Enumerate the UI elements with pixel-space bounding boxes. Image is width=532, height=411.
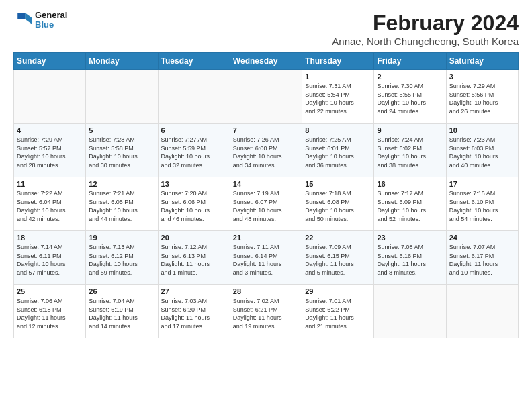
cell-content: Sunrise: 7:29 AM Sunset: 5:57 PM Dayligh… xyxy=(17,136,83,169)
logo-text: General Blue xyxy=(35,11,67,30)
date-number: 1 xyxy=(305,73,371,81)
date-number: 29 xyxy=(305,287,371,295)
date-number: 9 xyxy=(377,126,443,134)
header-friday: Friday xyxy=(374,53,446,70)
date-number: 10 xyxy=(449,126,515,134)
header-tuesday: Tuesday xyxy=(158,53,230,70)
date-number: 4 xyxy=(17,126,83,134)
calendar-cell: 18Sunrise: 7:14 AM Sunset: 6:11 PM Dayli… xyxy=(14,231,86,285)
date-number: 8 xyxy=(305,126,371,134)
cell-content: Sunrise: 7:03 AM Sunset: 6:20 PM Dayligh… xyxy=(161,297,227,330)
header-row: Sunday Monday Tuesday Wednesday Thursday… xyxy=(14,53,519,70)
date-number: 14 xyxy=(233,180,299,188)
header-saturday: Saturday xyxy=(446,53,518,70)
week-row-4: 25Sunrise: 7:06 AM Sunset: 6:18 PM Dayli… xyxy=(14,285,519,338)
calendar-cell: 12Sunrise: 7:21 AM Sunset: 6:05 PM Dayli… xyxy=(86,177,158,231)
calendar-cell: 25Sunrise: 7:06 AM Sunset: 6:18 PM Dayli… xyxy=(14,285,86,338)
date-number: 19 xyxy=(89,234,154,242)
date-number: 22 xyxy=(305,234,371,242)
date-number: 18 xyxy=(17,234,83,242)
cell-content: Sunrise: 7:31 AM Sunset: 5:54 PM Dayligh… xyxy=(305,82,371,116)
date-number: 2 xyxy=(377,73,443,81)
cell-content: Sunrise: 7:06 AM Sunset: 6:18 PM Dayligh… xyxy=(17,297,83,330)
calendar-cell: 4Sunrise: 7:29 AM Sunset: 5:57 PM Daylig… xyxy=(14,124,86,177)
date-number: 3 xyxy=(449,73,515,81)
logo: General Blue xyxy=(13,11,67,30)
calendar-cell: 17Sunrise: 7:15 AM Sunset: 6:10 PM Dayli… xyxy=(446,177,518,231)
calendar-cell xyxy=(158,70,230,124)
calendar-cell: 11Sunrise: 7:22 AM Sunset: 6:04 PM Dayli… xyxy=(14,177,86,231)
cell-content: Sunrise: 7:29 AM Sunset: 5:56 PM Dayligh… xyxy=(449,82,515,116)
calendar-cell: 20Sunrise: 7:12 AM Sunset: 6:13 PM Dayli… xyxy=(158,231,230,285)
week-row-2: 11Sunrise: 7:22 AM Sunset: 6:04 PM Dayli… xyxy=(14,177,519,231)
calendar-cell xyxy=(86,70,158,124)
calendar-cell: 19Sunrise: 7:13 AM Sunset: 6:12 PM Dayli… xyxy=(86,231,158,285)
cell-content: Sunrise: 7:18 AM Sunset: 6:08 PM Dayligh… xyxy=(305,189,371,223)
date-number: 26 xyxy=(89,287,154,295)
calendar-cell: 26Sunrise: 7:04 AM Sunset: 6:19 PM Dayli… xyxy=(86,285,158,338)
date-number: 25 xyxy=(17,287,83,295)
cell-content: Sunrise: 7:01 AM Sunset: 6:22 PM Dayligh… xyxy=(305,297,371,330)
date-number: 17 xyxy=(449,180,515,188)
date-number: 5 xyxy=(89,126,154,134)
date-number: 13 xyxy=(161,180,227,188)
header-monday: Monday xyxy=(86,53,158,70)
cell-content: Sunrise: 7:12 AM Sunset: 6:13 PM Dayligh… xyxy=(161,243,227,277)
calendar-cell: 24Sunrise: 7:07 AM Sunset: 6:17 PM Dayli… xyxy=(446,231,518,285)
header-wednesday: Wednesday xyxy=(230,53,302,70)
cell-content: Sunrise: 7:26 AM Sunset: 6:00 PM Dayligh… xyxy=(233,136,299,169)
date-number: 7 xyxy=(233,126,299,134)
header-sunday: Sunday xyxy=(14,53,86,70)
date-number: 20 xyxy=(161,234,227,242)
calendar-cell: 8Sunrise: 7:25 AM Sunset: 6:01 PM Daylig… xyxy=(302,124,374,177)
cell-content: Sunrise: 7:04 AM Sunset: 6:19 PM Dayligh… xyxy=(89,297,154,330)
calendar-cell: 3Sunrise: 7:29 AM Sunset: 5:56 PM Daylig… xyxy=(446,70,518,124)
subtitle: Annae, North Chungcheong, South Korea xyxy=(332,36,519,47)
calendar-cell: 9Sunrise: 7:24 AM Sunset: 6:02 PM Daylig… xyxy=(374,124,446,177)
cell-content: Sunrise: 7:22 AM Sunset: 6:04 PM Dayligh… xyxy=(17,189,83,223)
date-number: 27 xyxy=(161,287,227,295)
cell-content: Sunrise: 7:17 AM Sunset: 6:09 PM Dayligh… xyxy=(377,189,443,223)
calendar-cell: 16Sunrise: 7:17 AM Sunset: 6:09 PM Dayli… xyxy=(374,177,446,231)
calendar-cell: 23Sunrise: 7:08 AM Sunset: 6:16 PM Dayli… xyxy=(374,231,446,285)
date-number: 15 xyxy=(305,180,371,188)
calendar-cell: 29Sunrise: 7:01 AM Sunset: 6:22 PM Dayli… xyxy=(302,285,374,338)
calendar-cell: 27Sunrise: 7:03 AM Sunset: 6:20 PM Dayli… xyxy=(158,285,230,338)
logo-icon xyxy=(13,11,32,30)
calendar-cell: 7Sunrise: 7:26 AM Sunset: 6:00 PM Daylig… xyxy=(230,124,302,177)
cell-content: Sunrise: 7:02 AM Sunset: 6:21 PM Dayligh… xyxy=(233,297,299,330)
cell-content: Sunrise: 7:30 AM Sunset: 5:55 PM Dayligh… xyxy=(377,82,443,116)
cell-content: Sunrise: 7:24 AM Sunset: 6:02 PM Dayligh… xyxy=(377,136,443,169)
cell-content: Sunrise: 7:08 AM Sunset: 6:16 PM Dayligh… xyxy=(377,243,443,277)
week-row-3: 18Sunrise: 7:14 AM Sunset: 6:11 PM Dayli… xyxy=(14,231,519,285)
cell-content: Sunrise: 7:11 AM Sunset: 6:14 PM Dayligh… xyxy=(233,243,299,277)
calendar-table: Sunday Monday Tuesday Wednesday Thursday… xyxy=(13,52,519,338)
date-number: 11 xyxy=(17,180,83,188)
cell-content: Sunrise: 7:09 AM Sunset: 6:15 PM Dayligh… xyxy=(305,243,371,277)
calendar-cell: 2Sunrise: 7:30 AM Sunset: 5:55 PM Daylig… xyxy=(374,70,446,124)
calendar-cell xyxy=(230,70,302,124)
calendar-cell xyxy=(14,70,86,124)
cell-content: Sunrise: 7:21 AM Sunset: 6:05 PM Dayligh… xyxy=(89,189,154,223)
calendar-cell: 14Sunrise: 7:19 AM Sunset: 6:07 PM Dayli… xyxy=(230,177,302,231)
calendar-cell: 28Sunrise: 7:02 AM Sunset: 6:21 PM Dayli… xyxy=(230,285,302,338)
cell-content: Sunrise: 7:25 AM Sunset: 6:01 PM Dayligh… xyxy=(305,136,371,169)
cell-content: Sunrise: 7:14 AM Sunset: 6:11 PM Dayligh… xyxy=(17,243,83,277)
cell-content: Sunrise: 7:19 AM Sunset: 6:07 PM Dayligh… xyxy=(233,189,299,223)
calendar-cell: 15Sunrise: 7:18 AM Sunset: 6:08 PM Dayli… xyxy=(302,177,374,231)
date-number: 12 xyxy=(89,180,154,188)
cell-content: Sunrise: 7:13 AM Sunset: 6:12 PM Dayligh… xyxy=(89,243,154,277)
header: General Blue February 2024 Annae, North … xyxy=(13,11,519,47)
cell-content: Sunrise: 7:28 AM Sunset: 5:58 PM Dayligh… xyxy=(89,136,154,169)
calendar-cell xyxy=(374,285,446,338)
header-thursday: Thursday xyxy=(302,53,374,70)
date-number: 24 xyxy=(449,234,515,242)
cell-content: Sunrise: 7:27 AM Sunset: 5:59 PM Dayligh… xyxy=(161,136,227,169)
calendar-body: 1Sunrise: 7:31 AM Sunset: 5:54 PM Daylig… xyxy=(14,70,519,338)
date-number: 28 xyxy=(233,287,299,295)
calendar-cell: 6Sunrise: 7:27 AM Sunset: 5:59 PM Daylig… xyxy=(158,124,230,177)
calendar-cell: 5Sunrise: 7:28 AM Sunset: 5:58 PM Daylig… xyxy=(86,124,158,177)
date-number: 6 xyxy=(161,126,227,134)
date-number: 23 xyxy=(377,234,443,242)
date-number: 16 xyxy=(377,180,443,188)
